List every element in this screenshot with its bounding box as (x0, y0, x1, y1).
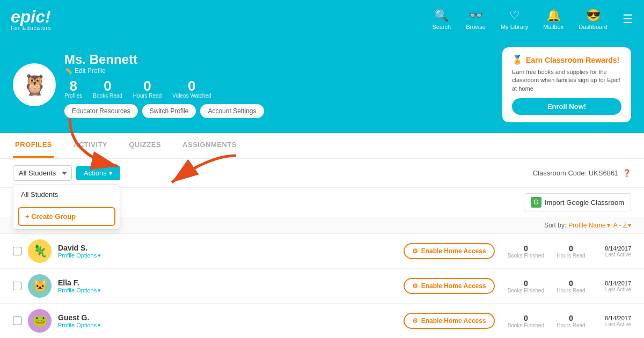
educator-resources-button[interactable]: Educator Resources (64, 104, 138, 118)
enable-icon: ⚙ (412, 317, 418, 325)
search-icon: 🔍 (434, 9, 449, 23)
student-checkbox-david[interactable] (13, 247, 21, 255)
nav-browse[interactable]: 👓 Browse (466, 9, 486, 30)
dropdown-menu: All Students + Create Group (13, 185, 120, 230)
tabs-bar: PROFILES ACTIVITY QUIZZES ASSIGNMENTS (0, 133, 644, 159)
library-icon: ♡ (509, 9, 520, 23)
nav-search-label: Search (432, 24, 451, 30)
profile-info: Ms. Bennett ✏️ Edit Profile 8 Profiles 0… (64, 52, 264, 118)
student-info-guest: Guest G. Profile Options ▾ (58, 313, 397, 329)
hero-section: 🦉 Ms. Bennett ✏️ Edit Profile 8 Profiles… (0, 39, 644, 133)
student-checkbox-ella[interactable] (13, 282, 21, 290)
books-finished-david: 0 Books Finished (508, 244, 544, 259)
logo-text: epic! (11, 8, 52, 25)
main-content: PROFILES ACTIVITY QUIZZES ASSIGNMENTS Al… (0, 133, 644, 338)
nav-mailbox-label: Mailbox (543, 24, 564, 30)
toolbar-left: All Students Actions ▾ All Students + Cr… (13, 165, 120, 181)
nav-browse-label: Browse (466, 24, 486, 30)
create-group-item[interactable]: + Create Group (18, 207, 115, 226)
student-name-ella: Ella F. (58, 278, 397, 287)
tab-assignments[interactable]: ASSIGNMENTS (180, 133, 239, 158)
chevron-icon: ▾ (98, 252, 101, 259)
import-google-classroom-button[interactable]: G Import Google Classroom (524, 193, 631, 211)
enroll-now-button[interactable]: Enroll Now! (512, 98, 621, 115)
stat-books-read: 0 Books Read (93, 79, 122, 99)
google-classroom-icon: G (531, 197, 541, 208)
browse-icon: 👓 (469, 9, 483, 23)
student-stats-david: 0 Books Finished 0 Hours Read (508, 244, 587, 259)
tab-profiles[interactable]: PROFILES (13, 133, 54, 158)
nav-bar: 🔍 Search 👓 Browse ♡ My Library 🔔 Mailbox… (432, 9, 633, 30)
rewards-title: 🏅 Earn Classroom Rewards! (512, 55, 621, 65)
rewards-description: Earn free books and supplies for the cla… (512, 68, 621, 93)
hours-read-guest: 0 Hours Read (555, 314, 587, 328)
switch-profile-button[interactable]: Switch Profile (142, 104, 196, 118)
hamburger-menu[interactable]: ☰ (623, 12, 633, 26)
avatar: 🦉 (13, 63, 56, 106)
student-name-guest: Guest G. (58, 313, 397, 322)
logo-sub: For Educators (11, 25, 52, 31)
student-info-ella: Ella F. Profile Options ▾ (58, 278, 397, 294)
dashboard-icon: 😎 (586, 9, 601, 23)
actions-label: Actions (84, 169, 107, 177)
tab-activity[interactable]: ACTIVITY (71, 133, 109, 158)
enable-home-access-ella[interactable]: ⚙ Enable Home Access (404, 278, 495, 294)
stat-profiles: 8 Profiles (64, 79, 82, 99)
stat-hours-read: 0 Hours Read (133, 79, 162, 99)
logo: epic! For Educators (11, 8, 52, 31)
profile-section: 🦉 Ms. Bennett ✏️ Edit Profile 8 Profiles… (13, 52, 264, 118)
edit-profile-link[interactable]: ✏️ Edit Profile (64, 67, 264, 75)
enable-home-access-guest[interactable]: ⚙ Enable Home Access (404, 313, 495, 329)
books-finished-guest: 0 Books Finished (508, 314, 544, 328)
stats-row: 8 Profiles 0 Books Read 0 Hours Read 0 V… (64, 79, 264, 99)
toolbar: All Students Actions ▾ All Students + Cr… (0, 159, 644, 188)
last-active-guest: 8/14/2017 Last Active (594, 315, 631, 327)
nav-dashboard-label: Dashboard (579, 24, 608, 30)
rewards-card: 🏅 Earn Classroom Rewards! Earn free book… (502, 47, 631, 122)
nav-mailbox[interactable]: 🔔 Mailbox (543, 9, 564, 30)
edit-icon: ✏️ (64, 67, 72, 75)
student-stats-guest: 0 Books Finished 0 Hours Read (508, 314, 587, 328)
table-row: 🐸 Guest G. Profile Options ▾ ⚙ Enable Ho… (0, 304, 644, 338)
student-info-david: David S. Profile Options ▾ (58, 244, 397, 259)
tab-quizzes[interactable]: QUIZZES (127, 133, 163, 158)
books-finished-ella: 0 Books Finished (508, 279, 544, 293)
nav-search[interactable]: 🔍 Search (432, 9, 451, 30)
student-name-david: David S. (58, 244, 397, 252)
nav-dashboard[interactable]: 😎 Dashboard (579, 9, 608, 30)
fire-icon: 🏅 (512, 55, 523, 65)
chevron-icon: ▾ (98, 287, 101, 294)
classroom-code: Classroom Code: UKS6861 ❓ (533, 169, 631, 177)
action-buttons: Educator Resources Switch Profile Accoun… (64, 104, 264, 118)
dropdown-all-students[interactable]: All Students (13, 185, 120, 204)
header: epic! For Educators 🔍 Search 👓 Browse ♡ … (0, 0, 644, 39)
sort-profile-name[interactable]: Profile Name (568, 222, 605, 229)
table-row: 🦎 David S. Profile Options ▾ ⚙ Enable Ho… (0, 234, 644, 269)
profile-name: Ms. Bennett (64, 52, 264, 67)
actions-chevron: ▾ (109, 169, 113, 177)
last-active-david: 8/14/2017 Last Active (594, 245, 631, 258)
enable-icon: ⚙ (412, 247, 418, 255)
student-avatar-guest: 🐸 (28, 309, 52, 333)
last-active-ella: 8/14/2017 Last Active (594, 280, 631, 292)
help-icon: ❓ (623, 169, 631, 177)
table-row: 🐱 Ella F. Profile Options ▾ ⚙ Enable Hom… (0, 269, 644, 304)
nav-library-label: My Library (501, 24, 528, 30)
profile-options-guest[interactable]: Profile Options ▾ (58, 322, 397, 329)
profile-options-david[interactable]: Profile Options ▾ (58, 252, 397, 259)
student-stats-ella: 0 Books Finished 0 Hours Read (508, 279, 587, 293)
students-list: 🦎 David S. Profile Options ▾ ⚙ Enable Ho… (0, 234, 644, 338)
profile-options-ella[interactable]: Profile Options ▾ (58, 287, 397, 294)
stat-videos-watched: 0 Videos Watched (172, 79, 211, 99)
mailbox-icon: 🔔 (546, 9, 561, 23)
enable-home-access-david[interactable]: ⚙ Enable Home Access (404, 243, 495, 259)
actions-button[interactable]: Actions ▾ (76, 166, 120, 180)
student-checkbox-guest[interactable] (13, 317, 21, 325)
account-settings-button[interactable]: Account Settings (200, 104, 264, 118)
group-select[interactable]: All Students (13, 165, 72, 181)
sort-order[interactable]: A - Z (613, 222, 627, 229)
hours-read-david: 0 Hours Read (555, 244, 587, 259)
hours-read-ella: 0 Hours Read (555, 279, 587, 293)
nav-library[interactable]: ♡ My Library (501, 9, 528, 30)
student-avatar-david: 🦎 (28, 239, 52, 263)
